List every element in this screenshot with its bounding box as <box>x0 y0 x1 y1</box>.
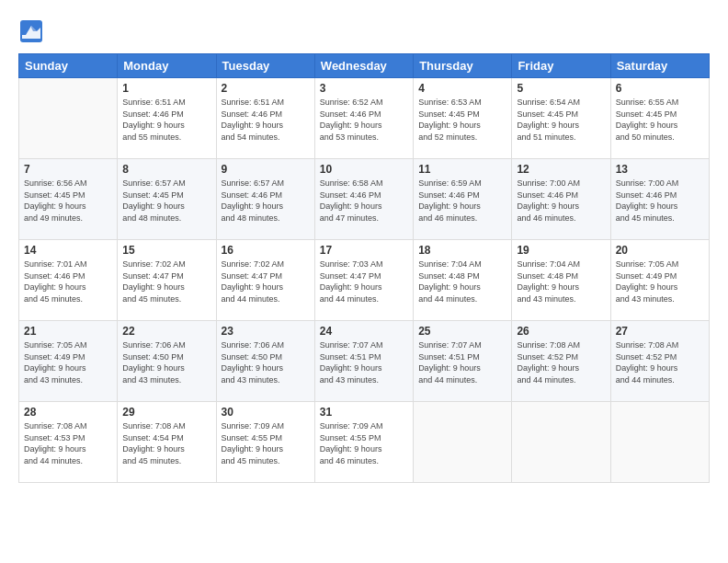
week-row-5: 28Sunrise: 7:08 AMSunset: 4:53 PMDayligh… <box>19 402 710 483</box>
day-number: 30 <box>222 406 310 419</box>
day-info: Sunrise: 7:06 AMSunset: 4:50 PMDaylight:… <box>122 339 210 385</box>
day-number: 8 <box>122 163 210 176</box>
day-number: 13 <box>616 163 704 176</box>
day-cell: 2Sunrise: 6:51 AMSunset: 4:46 PMDaylight… <box>216 78 314 159</box>
day-number: 18 <box>418 244 506 257</box>
day-cell: 12Sunrise: 7:00 AMSunset: 4:46 PMDayligh… <box>512 159 610 240</box>
day-number: 24 <box>320 325 408 338</box>
day-cell: 26Sunrise: 7:08 AMSunset: 4:52 PMDayligh… <box>512 321 610 402</box>
day-cell <box>414 402 512 483</box>
day-info: Sunrise: 7:07 AMSunset: 4:51 PMDaylight:… <box>418 339 506 385</box>
week-row-4: 21Sunrise: 7:05 AMSunset: 4:49 PMDayligh… <box>19 321 710 402</box>
day-info: Sunrise: 7:02 AMSunset: 4:47 PMDaylight:… <box>222 259 310 304</box>
calendar-table: SundayMondayTuesdayWednesdayThursdayFrid… <box>18 53 710 483</box>
day-number: 17 <box>320 244 408 257</box>
day-cell <box>610 402 709 483</box>
week-row-1: 1Sunrise: 6:51 AMSunset: 4:46 PMDaylight… <box>19 78 710 159</box>
header-day-monday: Monday <box>118 54 216 78</box>
day-number: 1 <box>122 82 210 95</box>
day-info: Sunrise: 7:09 AMSunset: 4:55 PMDaylight:… <box>222 420 310 466</box>
day-cell: 30Sunrise: 7:09 AMSunset: 4:55 PMDayligh… <box>216 402 314 483</box>
day-cell: 29Sunrise: 7:08 AMSunset: 4:54 PMDayligh… <box>118 402 216 483</box>
header-day-thursday: Thursday <box>414 54 512 78</box>
day-info: Sunrise: 6:55 AMSunset: 4:45 PMDaylight:… <box>616 97 704 143</box>
day-cell: 7Sunrise: 6:56 AMSunset: 4:45 PMDaylight… <box>19 159 118 240</box>
day-cell: 23Sunrise: 7:06 AMSunset: 4:50 PMDayligh… <box>216 321 314 402</box>
day-info: Sunrise: 6:57 AMSunset: 4:45 PMDaylight:… <box>122 178 210 224</box>
day-number: 10 <box>320 163 408 176</box>
day-info: Sunrise: 6:51 AMSunset: 4:46 PMDaylight:… <box>122 97 210 143</box>
day-info: Sunrise: 7:05 AMSunset: 4:49 PMDaylight:… <box>616 259 704 304</box>
day-info: Sunrise: 6:57 AMSunset: 4:46 PMDaylight:… <box>222 178 310 224</box>
day-number: 15 <box>122 244 210 257</box>
day-number: 23 <box>222 325 310 338</box>
day-info: Sunrise: 6:51 AMSunset: 4:46 PMDaylight:… <box>222 97 310 143</box>
day-info: Sunrise: 7:08 AMSunset: 4:52 PMDaylight:… <box>517 339 605 385</box>
day-cell: 1Sunrise: 6:51 AMSunset: 4:46 PMDaylight… <box>118 78 216 159</box>
day-number: 28 <box>24 406 112 419</box>
header-day-wednesday: Wednesday <box>314 54 413 78</box>
header-day-friday: Friday <box>512 54 610 78</box>
day-cell: 6Sunrise: 6:55 AMSunset: 4:45 PMDaylight… <box>610 78 709 159</box>
day-info: Sunrise: 7:01 AMSunset: 4:46 PMDaylight:… <box>24 259 112 304</box>
header-row: SundayMondayTuesdayWednesdayThursdayFrid… <box>19 54 710 78</box>
day-number: 22 <box>122 325 210 338</box>
day-number: 21 <box>24 325 112 338</box>
week-row-3: 14Sunrise: 7:01 AMSunset: 4:46 PMDayligh… <box>19 240 710 321</box>
day-cell: 8Sunrise: 6:57 AMSunset: 4:45 PMDaylight… <box>118 159 216 240</box>
day-number: 29 <box>122 406 210 419</box>
day-cell: 25Sunrise: 7:07 AMSunset: 4:51 PMDayligh… <box>414 321 512 402</box>
day-cell: 13Sunrise: 7:00 AMSunset: 4:46 PMDayligh… <box>610 159 709 240</box>
day-number: 11 <box>418 163 506 176</box>
day-info: Sunrise: 7:00 AMSunset: 4:46 PMDaylight:… <box>616 178 704 224</box>
day-info: Sunrise: 6:52 AMSunset: 4:46 PMDaylight:… <box>320 97 408 143</box>
day-cell: 16Sunrise: 7:02 AMSunset: 4:47 PMDayligh… <box>216 240 314 321</box>
header <box>18 18 710 44</box>
day-info: Sunrise: 7:09 AMSunset: 4:55 PMDaylight:… <box>320 420 408 466</box>
header-day-tuesday: Tuesday <box>216 54 314 78</box>
day-info: Sunrise: 7:05 AMSunset: 4:49 PMDaylight:… <box>24 339 112 385</box>
day-number: 20 <box>616 244 704 257</box>
day-cell: 11Sunrise: 6:59 AMSunset: 4:46 PMDayligh… <box>414 159 512 240</box>
day-info: Sunrise: 7:08 AMSunset: 4:54 PMDaylight:… <box>122 420 210 466</box>
day-info: Sunrise: 7:00 AMSunset: 4:46 PMDaylight:… <box>517 178 605 224</box>
day-cell: 31Sunrise: 7:09 AMSunset: 4:55 PMDayligh… <box>314 402 413 483</box>
day-info: Sunrise: 7:04 AMSunset: 4:48 PMDaylight:… <box>418 259 506 304</box>
day-number: 26 <box>517 325 605 338</box>
day-cell: 14Sunrise: 7:01 AMSunset: 4:46 PMDayligh… <box>19 240 118 321</box>
day-number: 27 <box>616 325 704 338</box>
logo-icon <box>18 18 44 44</box>
day-cell: 24Sunrise: 7:07 AMSunset: 4:51 PMDayligh… <box>314 321 413 402</box>
day-number: 19 <box>517 244 605 257</box>
day-cell: 5Sunrise: 6:54 AMSunset: 4:45 PMDaylight… <box>512 78 610 159</box>
header-day-sunday: Sunday <box>19 54 118 78</box>
day-cell: 22Sunrise: 7:06 AMSunset: 4:50 PMDayligh… <box>118 321 216 402</box>
day-number: 14 <box>24 244 112 257</box>
week-row-2: 7Sunrise: 6:56 AMSunset: 4:45 PMDaylight… <box>19 159 710 240</box>
day-cell: 4Sunrise: 6:53 AMSunset: 4:45 PMDaylight… <box>414 78 512 159</box>
day-cell: 27Sunrise: 7:08 AMSunset: 4:52 PMDayligh… <box>610 321 709 402</box>
day-info: Sunrise: 7:03 AMSunset: 4:47 PMDaylight:… <box>320 259 408 304</box>
day-info: Sunrise: 6:59 AMSunset: 4:46 PMDaylight:… <box>418 178 506 224</box>
day-number: 4 <box>418 82 506 95</box>
day-cell: 20Sunrise: 7:05 AMSunset: 4:49 PMDayligh… <box>610 240 709 321</box>
day-info: Sunrise: 6:54 AMSunset: 4:45 PMDaylight:… <box>517 97 605 143</box>
header-day-saturday: Saturday <box>610 54 709 78</box>
day-number: 6 <box>616 82 704 95</box>
day-cell: 17Sunrise: 7:03 AMSunset: 4:47 PMDayligh… <box>314 240 413 321</box>
day-number: 3 <box>320 82 408 95</box>
day-cell: 15Sunrise: 7:02 AMSunset: 4:47 PMDayligh… <box>118 240 216 321</box>
day-cell: 18Sunrise: 7:04 AMSunset: 4:48 PMDayligh… <box>414 240 512 321</box>
day-info: Sunrise: 7:07 AMSunset: 4:51 PMDaylight:… <box>320 339 408 385</box>
day-number: 31 <box>320 406 408 419</box>
day-number: 2 <box>222 82 310 95</box>
day-info: Sunrise: 7:06 AMSunset: 4:50 PMDaylight:… <box>222 339 310 385</box>
day-cell: 19Sunrise: 7:04 AMSunset: 4:48 PMDayligh… <box>512 240 610 321</box>
day-info: Sunrise: 7:08 AMSunset: 4:53 PMDaylight:… <box>24 420 112 466</box>
day-info: Sunrise: 6:56 AMSunset: 4:45 PMDaylight:… <box>24 178 112 224</box>
day-info: Sunrise: 6:53 AMSunset: 4:45 PMDaylight:… <box>418 97 506 143</box>
day-cell: 10Sunrise: 6:58 AMSunset: 4:46 PMDayligh… <box>314 159 413 240</box>
logo <box>18 18 48 44</box>
day-cell <box>512 402 610 483</box>
day-info: Sunrise: 7:08 AMSunset: 4:52 PMDaylight:… <box>616 339 704 385</box>
